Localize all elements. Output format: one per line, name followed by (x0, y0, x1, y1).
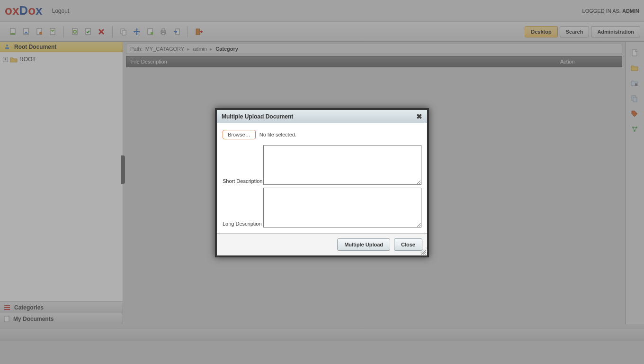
upload-dialog: Multiple Upload Document ✖ Browse… No fi… (215, 108, 429, 257)
long-description-label: Long Description (223, 221, 263, 228)
file-input-row: Browse… No file selected. (223, 130, 421, 139)
dialog-titlebar[interactable]: Multiple Upload Document ✖ (217, 110, 427, 123)
multiple-upload-button[interactable]: Multiple Upload (337, 238, 390, 251)
close-button[interactable]: Close (394, 238, 422, 251)
dialog-title-label: Multiple Upload Document (222, 113, 293, 120)
close-icon[interactable]: ✖ (416, 112, 422, 121)
long-description-row: Long Description (223, 188, 421, 228)
browse-button[interactable]: Browse… (223, 130, 256, 139)
resize-grip[interactable] (420, 249, 426, 255)
short-description-input[interactable] (263, 145, 421, 185)
short-description-label: Short Description (223, 178, 263, 185)
file-status-label: No file selected. (259, 132, 296, 137)
short-description-row: Short Description (223, 145, 421, 185)
dialog-footer: Multiple Upload Close (217, 233, 427, 255)
dialog-body: Browse… No file selected. Short Descript… (217, 123, 427, 233)
long-description-input[interactable] (263, 188, 421, 228)
